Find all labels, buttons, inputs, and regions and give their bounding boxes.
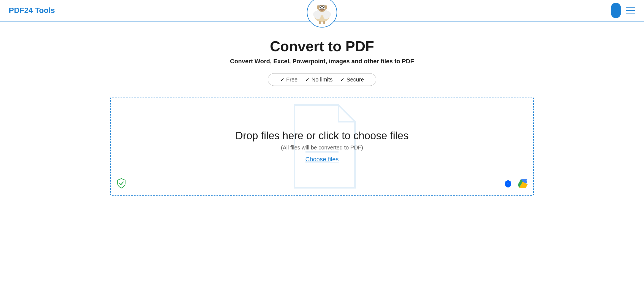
menu-line-1 [626, 7, 635, 9]
badge-secure: ✓ Secure [336, 76, 368, 83]
drop-subtitle: (All files will be converted to PDF) [281, 144, 363, 151]
google-drive-icon[interactable] [517, 178, 528, 190]
header-right [611, 3, 635, 18]
mascot-icon [310, 0, 334, 25]
badge-no-limits: ✓ No limits [301, 76, 336, 83]
svg-point-6 [315, 14, 321, 19]
hamburger-menu-button[interactable] [626, 7, 635, 14]
dropzone-content: Drop files here or click to choose files… [235, 130, 408, 163]
site-header: PDF24 Tools [0, 0, 644, 21]
cloud-service-icons [503, 178, 528, 190]
main-content: Convert to PDF Convert Word, Excel, Powe… [0, 21, 644, 207]
mascot-container [307, 0, 337, 28]
security-shield-icon [116, 178, 127, 190]
svg-point-7 [323, 14, 329, 19]
file-dropzone[interactable]: Drop files here or click to choose files… [110, 97, 534, 196]
page-title: Convert to PDF [270, 38, 374, 54]
mascot-circle [307, 0, 337, 28]
user-icon[interactable] [611, 3, 621, 18]
svg-point-13 [323, 7, 324, 9]
dropbox-icon[interactable] [503, 178, 514, 190]
feature-badges: ✓ Free ✓ No limits ✓ Secure [268, 73, 376, 86]
choose-files-button[interactable]: Choose files [305, 156, 339, 163]
page-subtitle: Convert Word, Excel, Powerpoint, images … [230, 58, 414, 65]
menu-line-2 [626, 10, 635, 11]
site-logo[interactable]: PDF24 Tools [9, 6, 55, 15]
badge-free: ✓ Free [276, 76, 302, 83]
svg-point-14 [321, 9, 323, 11]
svg-point-12 [320, 7, 321, 9]
dropzone-bottom-bar [116, 178, 528, 190]
svg-rect-18 [323, 21, 325, 24]
menu-line-3 [626, 13, 635, 14]
drop-title: Drop files here or click to choose files [235, 130, 408, 142]
svg-rect-17 [319, 21, 321, 24]
